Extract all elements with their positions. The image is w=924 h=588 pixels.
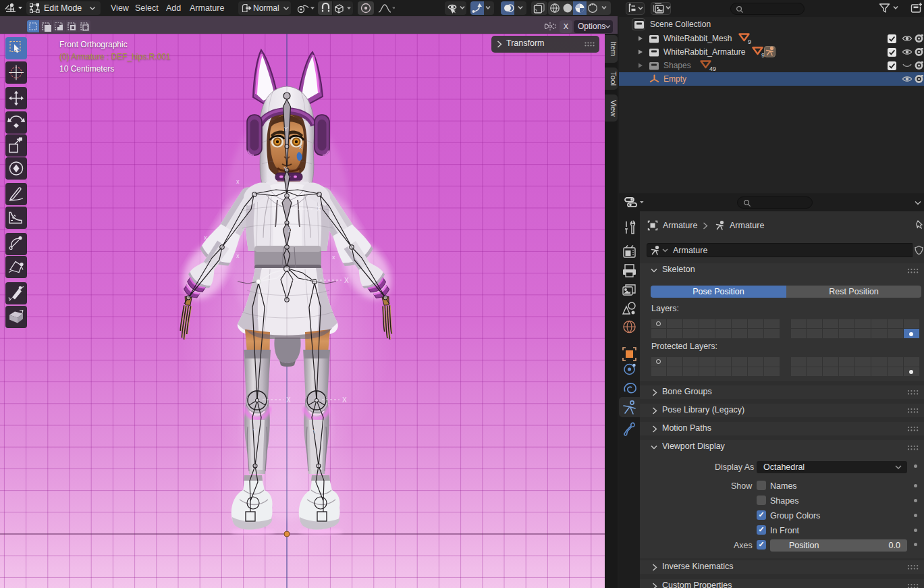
- svg-text:x: x: [332, 254, 335, 261]
- svg-text:x: x: [204, 234, 207, 241]
- svg-text:X: X: [317, 205, 321, 213]
- svg-text:Y: Y: [204, 261, 208, 267]
- svg-text:Y: Y: [253, 428, 257, 435]
- svg-text:Y: Y: [312, 428, 317, 435]
- svg-text:Y: Y: [284, 126, 288, 132]
- svg-text:9: 9: [748, 38, 751, 45]
- svg-text:X: X: [342, 396, 347, 404]
- svg-text:Z: Z: [288, 226, 292, 233]
- svg-text:Y: Y: [365, 261, 369, 267]
- svg-text:x: x: [236, 252, 240, 259]
- svg-text:X: X: [344, 277, 349, 284]
- svg-text:Y: Y: [314, 317, 318, 323]
- svg-text:49: 49: [709, 65, 716, 72]
- svg-text:X: X: [286, 396, 291, 404]
- svg-text:Y: Y: [283, 165, 288, 172]
- svg-text:x: x: [236, 178, 240, 185]
- svg-text:Y: Y: [257, 317, 261, 323]
